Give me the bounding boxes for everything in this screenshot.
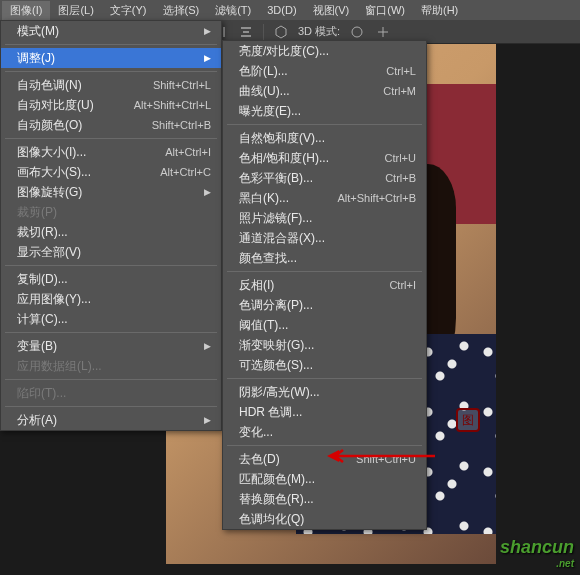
menu-item[interactable]: 阈值(T)... (223, 315, 426, 335)
menu-item[interactable]: 裁切(R)... (1, 222, 221, 242)
menu-item[interactable]: 自动对比度(U)Alt+Shift+Ctrl+L (1, 95, 221, 115)
menu-item[interactable]: 计算(C)... (1, 309, 221, 329)
top-menubar: 图像(I)图层(L)文字(Y)选择(S)滤镜(T)3D(D)视图(V)窗口(W)… (0, 0, 580, 20)
menu-item-label: 亮度/对比度(C)... (239, 43, 329, 60)
menu-item-label: 图像大小(I)... (17, 144, 86, 161)
menu-item: 裁剪(P) (1, 202, 221, 222)
menu-separator (5, 379, 217, 380)
menu-item[interactable]: 渐变映射(G)... (223, 335, 426, 355)
menu-item[interactable]: 自动色调(N)Shift+Ctrl+L (1, 75, 221, 95)
menu-item-label: 照片滤镜(F)... (239, 210, 312, 227)
3d-mode-label: 3D 模式: (298, 24, 340, 39)
menu-item-label: 调整(J) (17, 50, 55, 67)
menu-item-label: 自动对比度(U) (17, 97, 94, 114)
menubar-item[interactable]: 文字(Y) (102, 1, 155, 20)
menu-item-label: 自然饱和度(V)... (239, 130, 325, 147)
menu-item[interactable]: 图像大小(I)...Alt+Ctrl+I (1, 142, 221, 162)
distribute-icon[interactable] (237, 23, 255, 41)
menu-item-label: HDR 色调... (239, 404, 302, 421)
menu-item-label: 去色(D) (239, 451, 280, 468)
menu-item-label: 曲线(U)... (239, 83, 290, 100)
menu-separator (227, 378, 422, 379)
menu-item[interactable]: 色相/饱和度(H)...Ctrl+U (223, 148, 426, 168)
menu-item[interactable]: 反相(I)Ctrl+I (223, 275, 426, 295)
menu-item-label: 通道混合器(X)... (239, 230, 325, 247)
menu-separator (5, 265, 217, 266)
menu-item-label: 变化... (239, 424, 273, 441)
menu-item[interactable]: 通道混合器(X)... (223, 228, 426, 248)
separator (263, 24, 264, 40)
menu-item-label: 自动色调(N) (17, 77, 82, 94)
menu-shortcut: Shift+Ctrl+B (132, 119, 211, 131)
menubar-item[interactable]: 滤镜(T) (207, 1, 259, 20)
menu-item-label: 反相(I) (239, 277, 274, 294)
menu-item[interactable]: 显示全部(V) (1, 242, 221, 262)
3d-rotate-icon[interactable] (348, 23, 366, 41)
menu-separator (5, 138, 217, 139)
menu-item-label: 阈值(T)... (239, 317, 288, 334)
menu-item-label: 色调均化(Q) (239, 511, 304, 528)
menu-item-label: 色彩平衡(B)... (239, 170, 313, 187)
menu-item[interactable]: 阴影/高光(W)... (223, 382, 426, 402)
menu-item-label: 显示全部(V) (17, 244, 81, 261)
menubar-item[interactable]: 图像(I) (2, 1, 50, 20)
menu-item-label: 变量(B) (17, 338, 57, 355)
menu-item[interactable]: 画布大小(S)...Alt+Ctrl+C (1, 162, 221, 182)
menu-item-label: 复制(D)... (17, 271, 68, 288)
menu-item-label: 陷印(T)... (17, 385, 66, 402)
menu-item[interactable]: 颜色查找... (223, 248, 426, 268)
menu-item-label: 色调分离(P)... (239, 297, 313, 314)
menu-item[interactable]: 黑白(K)...Alt+Shift+Ctrl+B (223, 188, 426, 208)
menubar-item[interactable]: 视图(V) (305, 1, 358, 20)
menu-item[interactable]: 替换颜色(R)... (223, 489, 426, 509)
menu-item-label: 匹配颜色(M)... (239, 471, 315, 488)
menu-item[interactable]: 亮度/对比度(C)... (223, 41, 426, 61)
menu-item[interactable]: 变化... (223, 422, 426, 442)
menu-item[interactable]: 曲线(U)...Ctrl+M (223, 81, 426, 101)
logo-main: shancun (500, 537, 574, 557)
menu-item[interactable]: 模式(M)▶ (1, 21, 221, 41)
menu-shortcut: Ctrl+M (363, 85, 416, 97)
menu-item[interactable]: 色调分离(P)... (223, 295, 426, 315)
menu-item[interactable]: 可选颜色(S)... (223, 355, 426, 375)
menu-shortcut: Ctrl+I (369, 279, 416, 291)
submenu-arrow-icon: ▶ (204, 415, 211, 425)
3d-pan-icon[interactable] (374, 23, 392, 41)
menu-item-label: 计算(C)... (17, 311, 68, 328)
menu-item[interactable]: 应用图像(Y)... (1, 289, 221, 309)
menu-item[interactable]: 照片滤镜(F)... (223, 208, 426, 228)
menubar-item[interactable]: 3D(D) (259, 2, 304, 18)
menu-item[interactable]: 色彩平衡(B)...Ctrl+B (223, 168, 426, 188)
3d-icon[interactable] (272, 23, 290, 41)
menu-item-label: 自动颜色(O) (17, 117, 82, 134)
menu-item[interactable]: 分析(A)▶ (1, 410, 221, 430)
menu-item-label: 应用数据组(L)... (17, 358, 102, 375)
menu-separator (227, 271, 422, 272)
menubar-item[interactable]: 选择(S) (155, 1, 208, 20)
menu-item-label: 分析(A) (17, 412, 57, 429)
menu-item[interactable]: 色阶(L)...Ctrl+L (223, 61, 426, 81)
submenu-arrow-icon: ▶ (204, 53, 211, 63)
menu-item: 应用数据组(L)... (1, 356, 221, 376)
menu-item[interactable]: HDR 色调... (223, 402, 426, 422)
menu-item[interactable]: 自动颜色(O)Shift+Ctrl+B (1, 115, 221, 135)
menu-item[interactable]: 变量(B)▶ (1, 336, 221, 356)
menu-item[interactable]: 色调均化(Q) (223, 509, 426, 529)
menu-item-label: 渐变映射(G)... (239, 337, 314, 354)
logo: shancun .net (500, 537, 574, 569)
menubar-item[interactable]: 窗口(W) (357, 1, 413, 20)
menu-item-label: 阴影/高光(W)... (239, 384, 320, 401)
menu-item[interactable]: 曝光度(E)... (223, 101, 426, 121)
menubar-item[interactable]: 图层(L) (50, 1, 101, 20)
menu-shortcut: Alt+Ctrl+C (140, 166, 211, 178)
stamp-badge: 图 (456, 408, 480, 432)
menu-item-label: 应用图像(Y)... (17, 291, 91, 308)
menu-shortcut: Alt+Shift+Ctrl+L (114, 99, 211, 111)
menu-item[interactable]: 自然饱和度(V)... (223, 128, 426, 148)
menu-shortcut: Alt+Shift+Ctrl+B (317, 192, 416, 204)
menubar-item[interactable]: 帮助(H) (413, 1, 466, 20)
menu-item[interactable]: 调整(J)▶ (1, 48, 221, 68)
menu-item[interactable]: 图像旋转(G)▶ (1, 182, 221, 202)
menu-item[interactable]: 匹配颜色(M)... (223, 469, 426, 489)
menu-item[interactable]: 复制(D)... (1, 269, 221, 289)
